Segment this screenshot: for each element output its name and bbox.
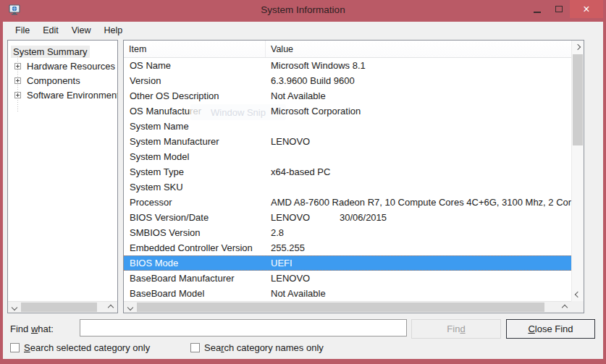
menu-bar: File Edit View Help (3, 22, 603, 38)
menu-help[interactable]: Help (98, 23, 130, 38)
tree-item-software-environment[interactable]: Software Environment (8, 88, 117, 102)
item-cell: SMBIOS Version (124, 227, 266, 238)
value-cell: LENOVO30/06/2015 (266, 212, 571, 223)
item-cell: System Manufacturer (124, 136, 266, 147)
find-what-label: Find what: (10, 323, 54, 334)
find-button[interactable]: Find (411, 319, 501, 339)
category-tree-panel: System Summary Hardware Resources Compon… (7, 40, 118, 313)
scroll-up-icon[interactable] (572, 41, 584, 51)
item-cell: OS Name (124, 60, 266, 71)
list-rows: Window Snip OS Name Microsoft Windows 8.… (124, 58, 571, 301)
search-options-row: Search selected category only Search cat… (3, 340, 603, 359)
tree-item-label: System Summary (11, 46, 90, 58)
system-information-window: System Information × File Edit View Help… (0, 0, 606, 364)
value-secondary: 30/06/2015 (340, 212, 387, 223)
expand-plus-icon[interactable] (14, 92, 21, 98)
value-cell: AMD A8-7600 Radeon R7, 10 Compute Cores … (266, 197, 571, 208)
item-cell: System Model (124, 151, 266, 162)
tree-item-label: Hardware Resources (25, 60, 117, 72)
menu-view[interactable]: View (65, 23, 98, 38)
find-input[interactable] (80, 319, 407, 337)
search-selected-category-label: Search selected category only (24, 342, 150, 353)
item-cell: System SKU (124, 182, 266, 192)
value-cell: x64-based PC (266, 166, 571, 177)
value-cell: 2.8 (266, 227, 571, 238)
minimize-button[interactable] (526, 0, 548, 18)
list-horizontal-scrollbar[interactable] (124, 301, 571, 313)
expand-plus-icon[interactable] (14, 77, 21, 84)
table-row[interactable]: SMBIOS Version 2.8 (124, 225, 571, 240)
table-row[interactable]: Other OS Description Not Available (124, 88, 571, 103)
list-hscroll-thumb[interactable] (137, 302, 544, 312)
table-row[interactable]: System SKU (124, 179, 571, 195)
table-row[interactable]: BaseBoard Manufacturer LENOVO (124, 271, 571, 286)
search-category-names-checkbox[interactable] (190, 343, 200, 352)
scroll-right-icon[interactable] (106, 302, 117, 313)
table-row[interactable]: System Type x64-based PC (124, 164, 571, 179)
category-tree: System Summary Hardware Resources Compon… (8, 41, 117, 301)
column-header-value[interactable]: Value (266, 41, 571, 57)
details-list-panel: Item Value Window Snip OS Name Microsoft… (123, 40, 584, 313)
search-category-names-label: Search category names only (204, 342, 324, 353)
value-cell: Microsoft Windows 8.1 (266, 60, 571, 71)
scrollbar-corner (571, 301, 584, 313)
table-row[interactable]: OS Manufacturer Microsoft Corporation (124, 103, 571, 119)
value-cell: UEFI (266, 258, 571, 268)
table-row[interactable]: Embedded Controller Version 255.255 (124, 240, 571, 255)
value-cell: Not Available (266, 90, 571, 101)
minimize-icon (534, 12, 541, 13)
value-cell: LENOVO (266, 136, 571, 147)
scroll-right-icon[interactable] (560, 302, 571, 313)
title-bar: System Information × (0, 0, 606, 22)
item-cell: Version (124, 75, 266, 86)
close-find-button[interactable]: Close Find (506, 319, 595, 339)
list-vscroll-thumb[interactable] (573, 54, 583, 145)
scroll-down-icon[interactable] (572, 290, 584, 301)
tree-item-components[interactable]: Components (8, 73, 117, 88)
table-row[interactable]: Version 6.3.9600 Build 9600 (124, 73, 571, 88)
close-icon: × (583, 3, 589, 16)
tree-item-system-summary[interactable]: System Summary (8, 44, 117, 59)
table-row[interactable]: Processor AMD A8-7600 Radeon R7, 10 Comp… (124, 195, 571, 210)
tree-item-label: Software Environment (25, 89, 117, 101)
value-cell: 6.3.9600 Build 9600 (266, 75, 571, 86)
item-cell: Processor (124, 197, 266, 208)
table-row[interactable]: System Manufacturer LENOVO (124, 134, 571, 149)
close-button[interactable]: × (570, 0, 603, 18)
item-cell: System Name (124, 121, 266, 132)
tree-hscroll-thumb[interactable] (21, 302, 97, 312)
menu-file[interactable]: File (9, 23, 36, 38)
list-header: Item Value (124, 41, 571, 58)
item-cell: BIOS Mode (124, 258, 266, 268)
table-row[interactable]: System Model (124, 149, 571, 164)
value-cell: 255.255 (266, 242, 571, 253)
list-vertical-scrollbar[interactable] (571, 41, 584, 301)
window-title: System Information (0, 4, 606, 15)
scroll-left-icon[interactable] (124, 302, 135, 313)
item-cell: Embedded Controller Version (124, 242, 266, 253)
value-cell: Microsoft Corporation (266, 106, 571, 117)
menu-edit[interactable]: Edit (36, 23, 65, 38)
item-cell: BaseBoard Manufacturer (124, 273, 266, 284)
expand-plus-icon[interactable] (14, 63, 21, 69)
table-row[interactable]: BIOS Version/Date LENOVO30/06/2015 (124, 210, 571, 225)
value-cell: Not Available (266, 288, 571, 299)
tree-horizontal-scrollbar[interactable] (8, 301, 117, 313)
table-row[interactable]: BIOS Mode UEFI (124, 255, 571, 271)
item-cell: BaseBoard Model (124, 288, 266, 299)
item-cell: System Type (124, 166, 266, 177)
scroll-left-icon[interactable] (8, 302, 20, 313)
item-cell: Other OS Description (124, 90, 266, 101)
window-body: System Summary Hardware Resources Compon… (3, 38, 603, 359)
table-row[interactable]: OS Name Microsoft Windows 8.1 (124, 58, 571, 73)
item-cell: OS Manufacturer (124, 106, 266, 117)
table-row[interactable]: System Name (124, 119, 571, 134)
search-selected-category-checkbox[interactable] (10, 343, 20, 352)
table-row[interactable]: BaseBoard Model Not Available (124, 286, 571, 301)
value-cell: LENOVO (266, 273, 571, 284)
maximize-button[interactable] (548, 0, 570, 18)
tree-item-hardware-resources[interactable]: Hardware Resources (8, 59, 117, 73)
item-cell: BIOS Version/Date (124, 212, 266, 223)
tree-item-label: Components (25, 75, 83, 87)
column-header-item[interactable]: Item (124, 41, 266, 57)
